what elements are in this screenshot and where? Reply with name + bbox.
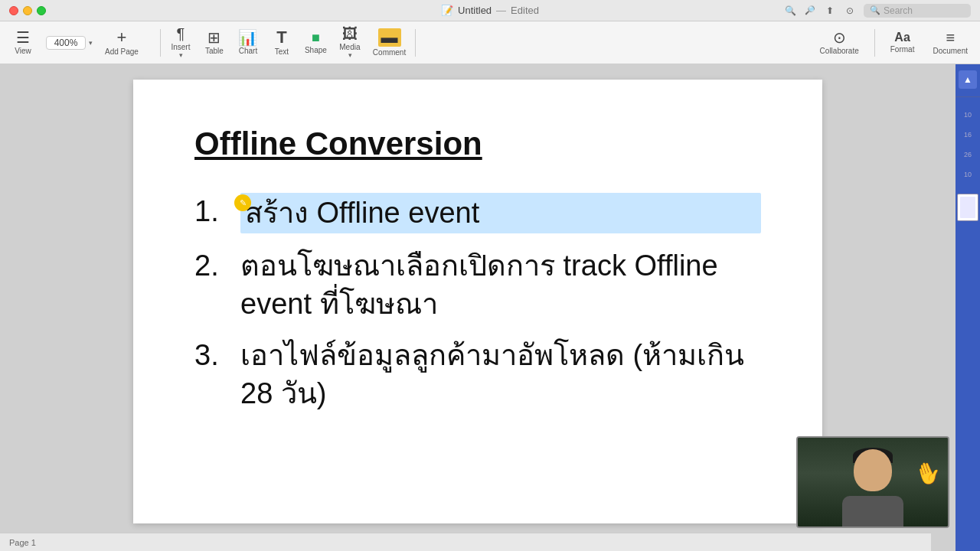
- sidebar-num-3: 26: [964, 151, 972, 158]
- table-icon: ⊞: [207, 30, 220, 45]
- bottom-bar: Page 1: [0, 533, 931, 551]
- view-icon: ☰: [16, 30, 30, 45]
- edited-label: Edited: [511, 5, 539, 16]
- text-icon: T: [276, 29, 286, 46]
- document-label: Document: [933, 47, 968, 55]
- collaborate-label: Collaborate: [820, 47, 859, 55]
- zoom-in-icon[interactable]: 🔍: [784, 5, 796, 17]
- toolbar: ☰ View 400% ▾ + Add Page ¶ Insert ⊞ Tabl…: [0, 21, 980, 64]
- format-icon: Aa: [894, 31, 910, 44]
- person-body: [842, 496, 903, 527]
- document-title: Offline Conversion: [194, 126, 761, 162]
- list-item: 2. ตอนโฆษณาเลือกเปิดการ track Offline ev…: [194, 247, 761, 323]
- comment-button[interactable]: ▬ Comment: [367, 25, 412, 60]
- window-title: 📝 Untitled — Edited: [441, 5, 539, 16]
- chart-icon: 📊: [238, 30, 257, 45]
- zoom-arrow: ▾: [89, 39, 93, 47]
- zoom-value[interactable]: 400%: [46, 36, 86, 50]
- item-1-content: สร้าง Offline event: [245, 197, 479, 229]
- cursor-indicator: ✎: [234, 194, 251, 211]
- page: Offline Conversion 1. ✎ สร้าง Offline ev…: [133, 80, 822, 523]
- maximize-button[interactable]: [37, 6, 46, 15]
- add-page-label: Add Page: [105, 47, 139, 56]
- title-icon: 📝: [441, 5, 453, 16]
- format-button[interactable]: Aa Format: [884, 28, 921, 57]
- insert-icon: ¶: [177, 26, 185, 41]
- text-button[interactable]: T Text: [265, 26, 299, 59]
- document-icon: ≡: [946, 30, 955, 45]
- text-label: Text: [275, 47, 289, 56]
- sidebar-num-4: 10: [964, 171, 972, 178]
- comment-icon: ▬: [378, 28, 401, 47]
- list-item: 3. เอาไฟล์ข้อมูลลูกค้ามาอัพโหลด (ห้ามเกิ…: [194, 337, 761, 412]
- share-icon[interactable]: ⬆: [824, 5, 836, 17]
- sidebar-num-1: 10: [964, 111, 972, 119]
- right-panel: ▲ 10 16 26 10: [956, 64, 980, 551]
- title-bar-actions: 🔍 🔎 ⬆ ⊙ 🔍 Search: [784, 4, 971, 18]
- video-overlay: ✋: [796, 436, 949, 528]
- list-item-text: ตอนโฆษณาเลือกเปิดการ track Offline event…: [240, 247, 761, 323]
- format-label: Format: [890, 45, 915, 54]
- page-thumbnail[interactable]: [957, 194, 978, 221]
- list-number: 3.: [194, 337, 240, 374]
- search-bar[interactable]: 🔍 Search: [864, 4, 971, 18]
- spotlight-icon[interactable]: ⊙: [844, 5, 856, 17]
- list-item: 1. ✎ สร้าง Offline event: [194, 193, 761, 233]
- insert-button[interactable]: ¶ Insert: [164, 23, 198, 62]
- toolbar-right: ⊙ Collaborate Aa Format ≡ Document: [814, 27, 974, 58]
- video-person: ✋: [798, 438, 948, 527]
- panel-up-button[interactable]: ▲: [959, 70, 977, 89]
- media-button[interactable]: 🖼 Media: [333, 23, 367, 62]
- chart-button[interactable]: 📊 Chart: [231, 27, 265, 58]
- table-button[interactable]: ⊞ Table: [198, 27, 231, 58]
- search-placeholder: Search: [884, 5, 913, 16]
- insert-label: Insert: [171, 43, 190, 51]
- media-icon: 🖼: [342, 26, 358, 41]
- title-bar: 📝 Untitled — Edited 🔍 🔎 ⬆ ⊙ 🔍 Search: [0, 0, 980, 21]
- title-separator: —: [496, 5, 506, 16]
- list-item-text: เอาไฟล์ข้อมูลลูกค้ามาอัพโหลด (ห้ามเกิน 2…: [240, 337, 761, 412]
- collaborate-button[interactable]: ⊙ Collaborate: [814, 27, 865, 58]
- toolbar-divider-3: [874, 29, 875, 57]
- search-icon: 🔍: [870, 5, 880, 15]
- media-label: Media: [339, 43, 360, 51]
- view-label: View: [15, 47, 31, 55]
- add-page-button[interactable]: + Add Page: [99, 26, 145, 59]
- doc-title: Untitled: [458, 5, 492, 16]
- toolbar-left: ☰ View 400% ▾ + Add Page: [6, 26, 145, 59]
- shape-icon: ■: [312, 31, 320, 44]
- zoom-control[interactable]: 400% ▾: [46, 36, 93, 50]
- hand-gesture: ✋: [911, 457, 945, 490]
- list-number: 1.: [194, 193, 240, 230]
- numbered-list: 1. ✎ สร้าง Offline event 2. ตอนโฆษณาเลือ…: [194, 193, 761, 412]
- page-info: Page 1: [9, 538, 36, 547]
- person-head: [854, 449, 892, 491]
- sidebar-num-2: 16: [964, 131, 972, 139]
- traffic-lights: [9, 6, 46, 15]
- zoom-out-icon[interactable]: 🔎: [804, 5, 816, 17]
- toolbar-divider-2: [415, 29, 416, 57]
- chart-label: Chart: [239, 47, 257, 55]
- comment-label: Comment: [373, 48, 406, 57]
- add-page-icon: +: [117, 29, 127, 46]
- shape-label: Shape: [305, 46, 327, 54]
- document-button[interactable]: ≡ Document: [926, 27, 974, 58]
- toolbar-divider-1: [160, 29, 161, 57]
- view-button[interactable]: ☰ View: [6, 27, 40, 58]
- minimize-button[interactable]: [23, 6, 32, 15]
- shape-button[interactable]: ■ Shape: [299, 28, 333, 57]
- table-label: Table: [205, 47, 224, 55]
- collaborate-icon: ⊙: [833, 30, 846, 45]
- list-item-text: ✎ สร้าง Offline event: [240, 193, 761, 233]
- list-number: 2.: [194, 247, 240, 285]
- close-button[interactable]: [9, 6, 18, 15]
